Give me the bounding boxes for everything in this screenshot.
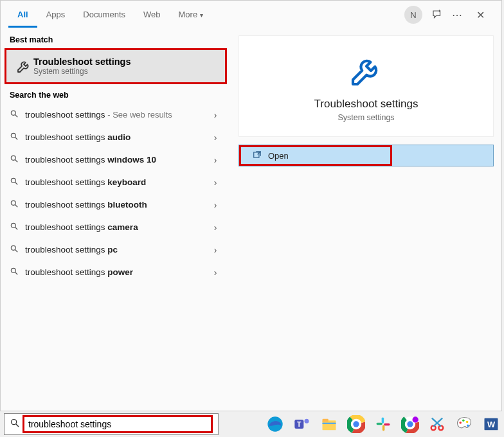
chevron-right-icon: › bbox=[209, 132, 222, 143]
web-result-item[interactable]: troubleshoot settings keyboard› bbox=[1, 171, 231, 193]
tab-apps[interactable]: Apps bbox=[37, 2, 75, 28]
open-button[interactable]: Open bbox=[239, 145, 392, 166]
action-rest[interactable] bbox=[392, 145, 493, 166]
svg-line-7 bbox=[15, 183, 18, 185]
chevron-right-icon: › bbox=[209, 200, 222, 210]
svg-point-0 bbox=[11, 111, 15, 115]
svg-text:T: T bbox=[297, 420, 302, 428]
search-query: troubleshoot settings bbox=[28, 419, 111, 429]
header: All Apps Documents Web More▾ N ⋯ ✕ bbox=[1, 1, 501, 29]
taskbar-paint[interactable] bbox=[453, 413, 476, 436]
svg-line-11 bbox=[15, 227, 18, 230]
search-icon bbox=[10, 244, 25, 255]
chevron-right-icon: › bbox=[209, 245, 222, 255]
svg-point-30 bbox=[353, 421, 359, 427]
search-icon bbox=[10, 154, 25, 165]
section-search-web: Search the web bbox=[1, 84, 231, 103]
svg-point-39 bbox=[413, 416, 419, 422]
user-avatar[interactable]: N bbox=[404, 6, 422, 24]
search-icon bbox=[10, 418, 22, 431]
svg-text:W: W bbox=[487, 420, 496, 429]
close-button[interactable]: ✕ bbox=[471, 6, 490, 24]
taskbar-edge[interactable] bbox=[264, 413, 287, 436]
tab-web[interactable]: Web bbox=[134, 2, 170, 28]
search-query-highlight: troubleshoot settings bbox=[22, 415, 213, 433]
svg-point-12 bbox=[11, 245, 15, 250]
svg-line-9 bbox=[15, 205, 18, 208]
web-result-item[interactable]: troubleshoot settings - See web results› bbox=[1, 103, 231, 126]
web-result-item[interactable]: troubleshoot settings audio› bbox=[1, 126, 231, 148]
svg-point-2 bbox=[11, 133, 15, 138]
chevron-down-icon: ▾ bbox=[200, 12, 203, 19]
feedback-icon[interactable] bbox=[431, 9, 443, 21]
chevron-right-icon: › bbox=[209, 177, 222, 188]
web-result-text: troubleshoot settings camera bbox=[25, 222, 209, 232]
taskbar-chrome-alt[interactable] bbox=[399, 413, 422, 436]
search-panel: All Apps Documents Web More▾ N ⋯ ✕ Best … bbox=[0, 0, 502, 411]
preview-subtitle: System settings bbox=[246, 113, 487, 122]
taskbar-chrome[interactable] bbox=[345, 413, 368, 436]
chevron-right-icon: › bbox=[209, 267, 222, 278]
web-result-item[interactable]: troubleshoot settings power› bbox=[1, 261, 231, 283]
tab-documents[interactable]: Documents bbox=[74, 2, 134, 28]
taskbar-apps: T W bbox=[264, 413, 503, 436]
taskbar-teams[interactable]: T bbox=[291, 413, 314, 436]
web-result-item[interactable]: troubleshoot settings bluetooth› bbox=[1, 193, 231, 216]
web-result-item[interactable]: troubleshoot settings camera› bbox=[1, 216, 231, 238]
taskbar: troubleshoot settings T W bbox=[0, 411, 504, 437]
web-result-text: troubleshoot settings pc bbox=[25, 245, 209, 254]
best-match-item[interactable]: Troubleshoot settings System settings bbox=[4, 48, 227, 84]
chevron-right-icon: › bbox=[209, 155, 222, 165]
chevron-right-icon: › bbox=[209, 222, 222, 233]
more-options-icon[interactable]: ⋯ bbox=[452, 9, 462, 21]
svg-point-38 bbox=[407, 421, 413, 427]
open-icon bbox=[253, 150, 262, 161]
web-result-item[interactable]: troubleshoot settings pc› bbox=[1, 238, 231, 261]
search-icon bbox=[10, 177, 25, 188]
taskbar-slack[interactable] bbox=[372, 413, 395, 436]
svg-rect-32 bbox=[377, 423, 382, 425]
taskbar-word[interactable]: W bbox=[480, 413, 503, 436]
svg-line-1 bbox=[15, 115, 18, 118]
svg-line-3 bbox=[15, 138, 18, 140]
taskbar-snip[interactable] bbox=[426, 413, 449, 436]
wrench-icon bbox=[246, 53, 487, 89]
svg-rect-33 bbox=[382, 425, 385, 431]
search-icon bbox=[10, 132, 25, 143]
svg-line-15 bbox=[15, 272, 18, 275]
web-result-text: troubleshoot settings windows 10 bbox=[25, 155, 209, 165]
svg-point-45 bbox=[462, 419, 465, 422]
svg-point-6 bbox=[11, 178, 15, 183]
svg-point-22 bbox=[305, 419, 309, 424]
svg-point-47 bbox=[467, 425, 469, 427]
header-actions: N ⋯ ✕ bbox=[404, 6, 494, 24]
tab-all[interactable]: All bbox=[8, 2, 37, 28]
svg-rect-24 bbox=[323, 419, 328, 422]
svg-line-5 bbox=[15, 160, 18, 163]
svg-rect-31 bbox=[382, 418, 384, 424]
web-result-text: troubleshoot settings - See web results bbox=[25, 110, 209, 120]
body: Best match Troubleshoot settings System … bbox=[1, 29, 501, 411]
preview-card: Troubleshoot settings System settings bbox=[239, 35, 494, 137]
web-result-item[interactable]: troubleshoot settings windows 10› bbox=[1, 148, 231, 171]
search-icon bbox=[10, 199, 25, 210]
search-icon bbox=[10, 222, 25, 233]
preview-actions: Open bbox=[239, 145, 494, 166]
svg-point-14 bbox=[11, 268, 15, 272]
web-result-text: troubleshoot settings keyboard bbox=[25, 177, 209, 187]
open-label: Open bbox=[268, 151, 289, 161]
svg-point-10 bbox=[11, 223, 15, 227]
preview-title: Troubleshoot settings bbox=[246, 98, 487, 111]
taskbar-explorer[interactable] bbox=[318, 413, 341, 436]
wrench-icon bbox=[14, 58, 33, 74]
results-list: Best match Troubleshoot settings System … bbox=[1, 29, 231, 411]
best-match-text: Troubleshoot settings System settings bbox=[33, 57, 130, 76]
chevron-right-icon: › bbox=[209, 110, 222, 120]
svg-line-13 bbox=[15, 250, 18, 253]
svg-point-8 bbox=[11, 201, 15, 205]
search-input-box[interactable]: troubleshoot settings bbox=[4, 413, 219, 435]
search-icon bbox=[10, 267, 25, 278]
tab-more[interactable]: More▾ bbox=[170, 2, 213, 28]
best-match-subtitle: System settings bbox=[33, 67, 130, 76]
web-result-text: troubleshoot settings bluetooth bbox=[25, 200, 209, 210]
